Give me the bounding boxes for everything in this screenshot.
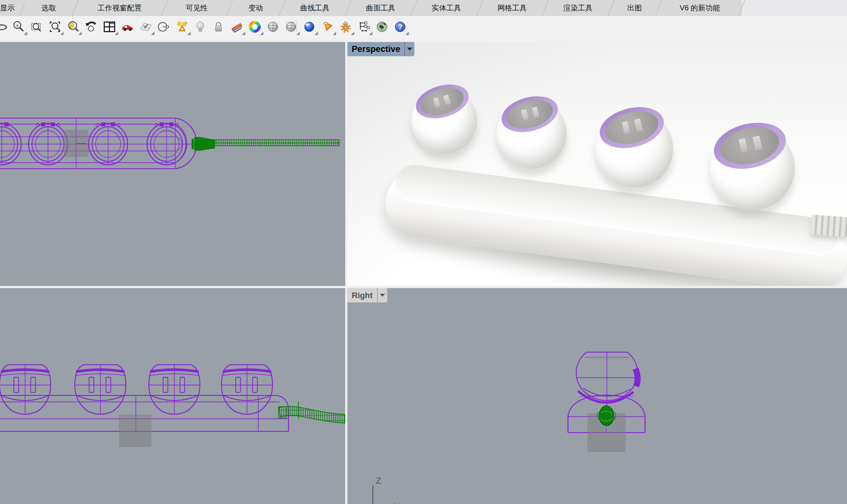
top-view-wireframe[interactable] — [0, 42, 345, 286]
viewport-top-view[interactable] — [0, 42, 345, 286]
viewport-right-view[interactable]: Z Y Right — [347, 288, 847, 504]
front-view-wireframe[interactable] — [0, 288, 345, 504]
color-wheel-icon[interactable] — [248, 20, 261, 33]
socket-ring-3 — [595, 101, 668, 154]
power-strip-top-wireframe[interactable] — [0, 118, 197, 169]
selection-highlight-box[interactable] — [64, 130, 88, 157]
pie-slice-icon[interactable] — [230, 20, 243, 33]
right-view-wireframe[interactable]: Z Y — [347, 288, 847, 504]
point-objects-icon[interactable] — [176, 20, 189, 33]
viewport-tab-right[interactable]: Right — [347, 288, 387, 302]
socket-ball-1[interactable] — [411, 88, 477, 154]
socket-ball-3[interactable] — [595, 110, 673, 188]
menu-tab-layout[interactable]: 出图 — [611, 0, 658, 16]
rhino-window: { "menubar": { "tabs": [ {"label": "显示"}… — [0, 0, 847, 504]
viewport-label-right: Right — [347, 291, 377, 300]
menu-tab-render-tools[interactable]: 渲染工具 — [545, 0, 610, 16]
selection-highlight-box[interactable] — [119, 414, 151, 447]
viewport-label-perspective: Perspective — [347, 44, 404, 54]
zoom-window-icon[interactable] — [30, 20, 43, 33]
axis-z-label: Z — [376, 476, 381, 485]
chevron-down-icon[interactable] — [377, 288, 387, 302]
svg-text:±: ± — [16, 22, 19, 29]
toolbar: ± ? — [0, 16, 847, 38]
history-constraint-icon[interactable] — [357, 20, 370, 33]
power-cable-rendered[interactable] — [811, 215, 847, 237]
cable-top-wireframe[interactable] — [192, 137, 339, 151]
cplane-grid-icon[interactable] — [139, 20, 152, 33]
socket-ball-2[interactable] — [497, 99, 567, 169]
menu-tab-v6-new-features[interactable]: V6 的新功能 — [659, 0, 741, 16]
undo-view-icon[interactable] — [85, 20, 98, 33]
lock-icon[interactable] — [212, 20, 225, 33]
socket-recess-3 — [602, 106, 662, 149]
lightbulb-icon[interactable] — [194, 20, 207, 33]
zoom-extents-icon[interactable] — [67, 20, 80, 33]
viewport-tab-perspective[interactable]: Perspective — [347, 42, 414, 56]
zoom-selected-icon[interactable] — [48, 20, 61, 33]
menu-tab-display[interactable]: 显示 — [0, 0, 22, 16]
menu-tab-select[interactable]: 选取 — [23, 0, 74, 16]
svg-text:?: ? — [398, 23, 402, 31]
menu-tab-transform[interactable]: 变动 — [230, 0, 282, 16]
menu-tab-surface-tools[interactable]: 曲面工具 — [348, 0, 413, 16]
gear-icon[interactable] — [339, 20, 352, 33]
menu-tab-mesh-tools[interactable]: 网格工具 — [480, 0, 545, 16]
help-icon[interactable]: ? — [394, 20, 407, 33]
socket-recess-1 — [417, 83, 467, 120]
menu-tab-solid-tools[interactable]: 实体工具 — [414, 0, 479, 16]
zoom-plus-minus-icon[interactable]: ± — [12, 20, 25, 33]
viewport-front-view[interactable] — [0, 288, 345, 504]
cone-spotlight-icon[interactable] — [321, 20, 334, 33]
circle-handle-icon[interactable] — [157, 20, 170, 33]
socket-recess-2 — [503, 95, 555, 133]
rotate-view-icon[interactable] — [0, 20, 7, 33]
viewport-perspective[interactable]: Perspective — [347, 42, 847, 286]
menu-tab-viewport-config[interactable]: 工作视窗配置 — [75, 0, 164, 16]
sphere-grid-icon[interactable] — [285, 20, 298, 33]
axis-indicator: Z Y — [373, 476, 400, 504]
socket-ball-4[interactable] — [710, 125, 795, 210]
viewport-workspace: Perspective — [0, 38, 847, 504]
axis-y-label: Y — [394, 502, 400, 504]
socket-ring-4 — [709, 116, 790, 175]
four-viewports-icon[interactable] — [103, 20, 116, 33]
blue-sphere-icon[interactable] — [303, 20, 316, 33]
socket-ring-2 — [497, 90, 561, 138]
menu-tab-curve-tools[interactable]: 曲线工具 — [282, 0, 347, 16]
socket-recess-4 — [717, 122, 783, 170]
menu-tab-bar: 显示 选取 工作视窗配置 可见性 变动 曲线工具 曲面工具 实体工具 网格工具 … — [0, 0, 847, 16]
car-icon[interactable] — [121, 20, 134, 33]
menu-bar-filler — [742, 0, 847, 16]
socket-ring-1 — [412, 79, 472, 124]
menu-tab-visibility[interactable]: 可见性 — [165, 0, 229, 16]
chevron-down-icon[interactable] — [404, 42, 414, 56]
sphere-icon[interactable] — [266, 20, 279, 33]
globe-icon[interactable] — [375, 20, 388, 33]
